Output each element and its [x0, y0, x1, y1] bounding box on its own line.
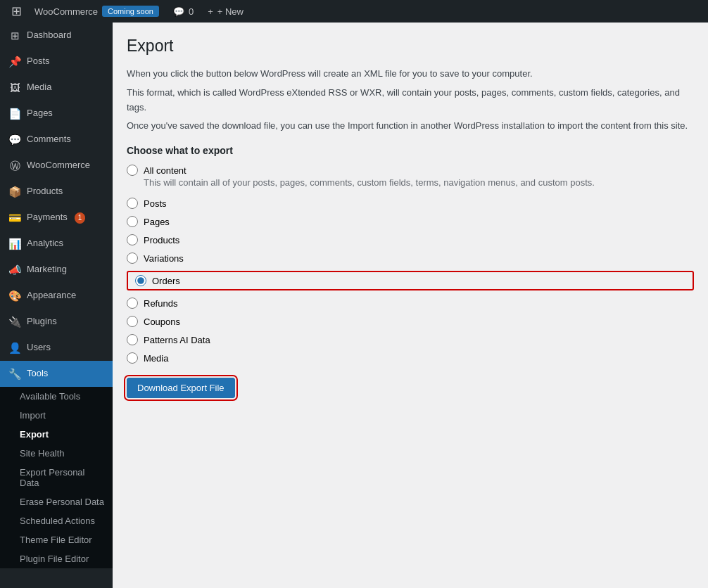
posts-icon: 📌	[8, 54, 21, 69]
page-title: Export	[127, 37, 694, 56]
users-icon: 👤	[8, 340, 21, 355]
option-variations-label: Variations	[144, 253, 184, 264]
submenu-site-health[interactable]: Site Health	[0, 444, 113, 463]
download-btn-wrap: Download Export File	[127, 378, 694, 398]
sidebar-item-label: Dashboard	[27, 29, 72, 41]
description-2: This format, which is called WordPress e…	[127, 86, 694, 115]
sidebar-item-label: Media	[27, 81, 51, 94]
sidebar-item-label: Payments	[27, 211, 68, 224]
sidebar-item-label: Users	[27, 341, 51, 354]
sidebar-item-pages[interactable]: 📄 Pages	[0, 101, 113, 127]
submenu-export[interactable]: Export	[0, 425, 113, 444]
woocommerce-icon: Ⓦ	[8, 158, 21, 173]
option-products[interactable]: Products	[127, 234, 694, 245]
site-name-label: WooCommerce	[34, 6, 98, 17]
coming-soon-badge: Coming soon	[102, 6, 159, 17]
option-pages[interactable]: Pages	[127, 216, 694, 227]
wp-logo[interactable]: ⊞	[6, 0, 27, 23]
option-patterns-ai-data[interactable]: Patterns AI Data	[127, 334, 694, 345]
download-export-button[interactable]: Download Export File	[127, 378, 235, 398]
option-all-content-label: All content	[144, 165, 187, 176]
submenu-erase-personal-data[interactable]: Erase Personal Data	[0, 492, 113, 511]
all-content-description: This will contain all of your posts, pag…	[144, 177, 694, 188]
radio-pages[interactable]	[127, 216, 138, 227]
sidebar-item-posts[interactable]: 📌 Posts	[0, 49, 113, 75]
radio-orders[interactable]	[135, 275, 146, 286]
sidebar-item-marketing[interactable]: 📣 Marketing	[0, 257, 113, 283]
submenu-plugin-file-editor[interactable]: Plugin File Editor	[0, 549, 113, 568]
sidebar-item-plugins[interactable]: 🔌 Plugins	[0, 309, 113, 335]
sidebar-item-woocommerce[interactable]: Ⓦ WooCommerce	[0, 153, 113, 179]
dashboard-icon: ⊞	[8, 28, 21, 43]
comments-icon: 💬	[173, 6, 184, 17]
sidebar-item-label: Products	[27, 185, 63, 198]
admin-bar: ⊞ WooCommerce Coming soon 💬 0 + + New	[0, 0, 708, 23]
option-products-label: Products	[144, 235, 179, 245]
submenu-available-tools[interactable]: Available Tools	[0, 387, 113, 406]
marketing-icon: 📣	[8, 262, 21, 277]
sidebar: ⊞ Dashboard 📌 Posts 🖼 Media 📄 Pages 💬 Co…	[0, 23, 113, 588]
tools-icon: 🔧	[8, 366, 21, 381]
plugins-icon: 🔌	[8, 314, 21, 329]
sidebar-item-label: Marketing	[27, 263, 67, 276]
option-pages-label: Pages	[144, 217, 170, 227]
sidebar-item-users[interactable]: 👤 Users	[0, 335, 113, 361]
option-variations[interactable]: Variations	[127, 253, 694, 264]
option-coupons-label: Coupons	[144, 317, 180, 327]
option-all-content[interactable]: All content	[127, 165, 694, 176]
option-orders-highlight: Orders	[127, 271, 694, 290]
submenu-import[interactable]: Import	[0, 406, 113, 425]
comments-icon: 💬	[8, 132, 21, 147]
sidebar-item-appearance[interactable]: 🎨 Appearance	[0, 283, 113, 309]
radio-all-content[interactable]	[127, 165, 138, 176]
sidebar-item-label: Pages	[27, 107, 53, 120]
new-label: + New	[217, 6, 244, 17]
sidebar-item-label: Comments	[27, 133, 71, 146]
sidebar-item-comments[interactable]: 💬 Comments	[0, 127, 113, 153]
sidebar-item-tools[interactable]: 🔧 Tools	[0, 361, 113, 387]
media-icon: 🖼	[8, 80, 21, 95]
sidebar-item-dashboard[interactable]: ⊞ Dashboard	[0, 23, 113, 49]
sidebar-item-label: Appearance	[27, 289, 76, 302]
export-options: All content This will contain all of you…	[127, 165, 694, 364]
submenu-theme-file-editor[interactable]: Theme File Editor	[0, 530, 113, 549]
option-orders-label: Orders	[152, 276, 180, 286]
radio-patterns-ai-data[interactable]	[127, 334, 138, 345]
option-orders[interactable]: Orders	[135, 275, 180, 286]
content-area: Export When you click the button below W…	[113, 23, 708, 588]
appearance-icon: 🎨	[8, 288, 21, 303]
plus-icon: +	[208, 6, 213, 17]
option-refunds[interactable]: Refunds	[127, 298, 694, 309]
products-icon: 📦	[8, 184, 21, 199]
sidebar-item-media[interactable]: 🖼 Media	[0, 75, 113, 101]
sidebar-item-analytics[interactable]: 📊 Analytics	[0, 231, 113, 257]
main-wrap: ⊞ Dashboard 📌 Posts 🖼 Media 📄 Pages 💬 Co…	[0, 23, 708, 588]
radio-variations[interactable]	[127, 253, 138, 264]
option-media-label: Media	[144, 353, 168, 364]
description-1: When you click the button below WordPres…	[127, 67, 694, 82]
submenu-scheduled-actions[interactable]: Scheduled Actions	[0, 511, 113, 530]
option-posts-label: Posts	[144, 198, 167, 209]
radio-posts[interactable]	[127, 198, 138, 209]
sidebar-item-label: Posts	[27, 55, 50, 68]
sidebar-item-label: Plugins	[27, 315, 57, 328]
option-media[interactable]: Media	[127, 352, 694, 364]
radio-refunds[interactable]	[127, 298, 138, 309]
radio-media[interactable]	[127, 352, 138, 364]
sidebar-item-label: Analytics	[27, 237, 63, 250]
option-refunds-label: Refunds	[144, 298, 177, 309]
option-coupons[interactable]: Coupons	[127, 316, 694, 327]
payments-icon: 💳	[8, 210, 21, 225]
submenu-export-personal-data[interactable]: Export Personal Data	[0, 463, 113, 492]
site-name-link[interactable]: WooCommerce Coming soon	[27, 0, 166, 23]
tools-submenu: Available Tools Import Export Site Healt…	[0, 387, 113, 568]
description-3: Once you've saved the download file, you…	[127, 119, 694, 134]
option-posts[interactable]: Posts	[127, 198, 694, 209]
comments-link[interactable]: 💬 0	[166, 0, 201, 23]
sidebar-item-payments[interactable]: 💳 Payments 1	[0, 205, 113, 231]
radio-coupons[interactable]	[127, 316, 138, 327]
new-content-link[interactable]: + + New	[201, 0, 251, 23]
comment-count: 0	[189, 6, 194, 17]
sidebar-item-products[interactable]: 📦 Products	[0, 179, 113, 205]
radio-products[interactable]	[127, 234, 138, 245]
